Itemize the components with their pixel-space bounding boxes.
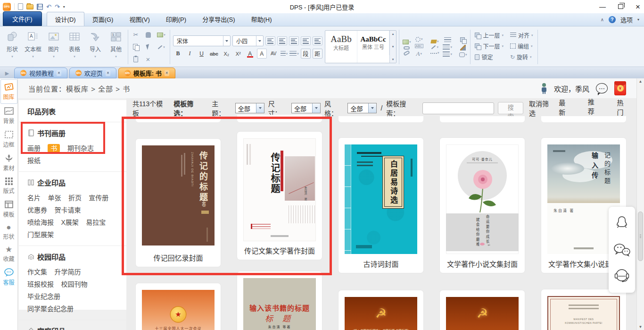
options-button[interactable]: 选项 <box>620 15 633 24</box>
italic-button[interactable]: I <box>185 49 195 59</box>
breadcrumb[interactable]: 当前位置：模板库 > 全部 > 书 <box>28 84 130 93</box>
fill-color-button[interactable]: ▾ <box>430 40 439 43</box>
options-dropdown-icon[interactable]: ▾ <box>637 17 639 22</box>
sidebar-item[interactable]: 同学聚会纪念册 <box>27 305 74 313</box>
sort-newest[interactable]: 最新 <box>559 98 572 119</box>
quick-access-dropdown-icon[interactable]: ▾ <box>63 5 65 9</box>
text-effect-button[interactable]: A▾ <box>415 50 423 58</box>
template-card[interactable]: ☭ 《输入书籍的标题输入 书籍标题 书籍标题》 <box>339 290 423 330</box>
sidebar-item-book-selected[interactable]: 书 <box>48 144 60 152</box>
doc-tab-template-library[interactable]: DPS 模板库: 书 × <box>118 68 175 78</box>
image-button[interactable]: 图片 ▾ <box>43 27 64 67</box>
close-icon[interactable]: × <box>57 70 61 76</box>
template-card[interactable]: 可可·香奈儿 就会给你磨难 命运要你成长， 文学著作小说文集封面 <box>440 138 525 273</box>
sidebar-item[interactable]: 折页 <box>68 194 82 202</box>
sidebar-item-huace[interactable]: 画册 <box>27 144 41 152</box>
indent-lines-icon[interactable] <box>443 37 452 42</box>
help-icon[interactable]: ? <box>609 16 616 23</box>
scroll-down-icon[interactable]: ▼ <box>637 325 644 329</box>
outline-color-button[interactable]: ▾ <box>430 45 439 49</box>
scrollbar-thumb[interactable] <box>638 212 643 261</box>
strikethrough-button[interactable]: abc <box>208 49 220 59</box>
gallery-scrollbar[interactable]: ▴ ▾ ▾ <box>389 31 396 63</box>
char-spacing-button[interactable]: AV <box>269 49 279 59</box>
replace-image-button[interactable]: ▾ <box>403 40 411 44</box>
paste-button[interactable] <box>133 56 138 62</box>
cut-button[interactable]: ✂ <box>133 31 139 38</box>
shape-button[interactable]: 形状 ▾ <box>2 27 23 67</box>
template-card[interactable]: 白居易诗选 古诗词封面 <box>339 138 423 273</box>
collapse-ribbon-icon[interactable]: ∧ <box>601 17 604 22</box>
lock-button[interactable]: 锁定 <box>475 53 504 61</box>
sidebar-item[interactable]: 毕业纪念册 <box>27 293 60 300</box>
textbox-button[interactable]: A 文本框 ▾ <box>23 27 43 67</box>
dash-style-button[interactable]: ▾ <box>430 51 439 55</box>
template-search-input[interactable] <box>422 102 494 114</box>
rotate-button[interactable]: ↻旋转▾ <box>510 53 533 61</box>
arrow-lines-icon[interactable]: ▾ <box>443 44 452 50</box>
menu-tab-share-export[interactable]: 分享导出(S) <box>194 12 243 26</box>
sidebar-item[interactable]: 喷绘海报 <box>27 219 54 226</box>
scroll-up-icon[interactable]: ▲ <box>637 79 644 84</box>
hyperlink-button[interactable] <box>403 46 411 50</box>
cancel-filter-button[interactable]: 取消筛选 <box>529 99 555 118</box>
template-card[interactable]: 输入该书籍的标题 标 题 朱自清 等著 <box>237 271 322 330</box>
sidebar-item[interactable]: 贺卡请柬 <box>54 206 81 214</box>
doc-tab-video-tutorial[interactable]: DPS 视频教程 × <box>14 68 67 78</box>
line-spacing-button[interactable]: ▾ <box>281 51 288 56</box>
gallery-more-icon[interactable]: ▾ <box>392 58 394 61</box>
sidebar-item[interactable]: 单张 <box>48 194 61 202</box>
sort-hot[interactable]: 热门 <box>617 98 630 119</box>
template-card[interactable]: ZHUANJI DE BIAOTI 传记的标题 上卷 传记回忆录封面 <box>136 139 221 267</box>
qq-icon[interactable] <box>614 215 630 233</box>
menu-tab-page[interactable]: 页面(G) <box>84 12 122 26</box>
bring-forward-button[interactable]: 上一层▾ <box>475 31 504 39</box>
close-button[interactable]: × <box>636 3 640 11</box>
send-backward-button[interactable]: 下一层▾ <box>475 42 504 50</box>
sidebar-item[interactable]: 优惠券 <box>27 206 47 214</box>
open-folder-icon[interactable] <box>26 4 33 9</box>
gallery-down-icon[interactable]: ▾ <box>392 45 394 49</box>
bold-button[interactable]: B <box>173 49 183 59</box>
align-left-button[interactable] <box>265 36 275 45</box>
sidebar-item[interactable]: 门型展架 <box>27 231 54 238</box>
nav-item-material[interactable]: 素材 <box>0 151 17 175</box>
nav-item-customer-service[interactable]: 客服 <box>0 265 17 289</box>
sidebar-item[interactable]: 校园刊物 <box>61 280 87 288</box>
nav-item-layout[interactable]: 版式 <box>0 175 17 197</box>
menu-file[interactable]: 文件(F) <box>3 11 42 26</box>
font-size-select[interactable]: 小四 <box>232 35 264 46</box>
import-button[interactable]: 导入 ▾ <box>85 27 106 67</box>
minimize-button[interactable]: — <box>599 3 606 10</box>
style-preset-heiti[interactable]: AaBbCc 黑体 三号 <box>357 31 389 55</box>
sidebar-item[interactable]: X展架 <box>61 219 78 226</box>
nav-item-template[interactable]: 模板 <box>0 197 17 221</box>
menu-tab-design[interactable]: 设计(D) <box>47 12 84 26</box>
message-icon[interactable]: ⋯ <box>596 83 608 93</box>
style-preset-title[interactable]: AaBb 大标题 <box>325 31 357 55</box>
template-card[interactable]: 传记标题 朱自清 著 传记文集文学著作封面 <box>237 132 322 260</box>
sidebar-item[interactable]: 名片 <box>27 194 41 202</box>
paragraph-button[interactable]: 段 <box>301 49 311 59</box>
template-card[interactable]: MANIFEST DES KOMMUNISTISCHEN PARTEI 书籍的标… <box>541 289 626 330</box>
template-card[interactable]: ★ 十三届全国人大一次会议 <box>136 283 221 330</box>
select-cursor-button[interactable] <box>147 44 150 50</box>
sidebar-item[interactable]: 易拉宝 <box>86 219 106 226</box>
menu-tab-print[interactable]: 印刷(P) <box>158 12 194 26</box>
style-select[interactable]: 全部 <box>347 103 377 113</box>
format-painter-button[interactable] <box>459 45 467 51</box>
remove-link-button[interactable] <box>403 51 411 55</box>
text-direction-button[interactable] <box>313 36 322 45</box>
font-color-button[interactable]: A <box>245 49 255 59</box>
font-name-select[interactable]: 宋体 <box>173 35 231 46</box>
other-button[interactable]: 5 其他 ▾ <box>106 27 126 67</box>
group-button[interactable]: 编组▾ <box>510 42 533 50</box>
nav-item-favorites[interactable]: ★ 收藏 <box>0 243 17 265</box>
distance-button[interactable]: 距 <box>313 49 322 59</box>
subscript-button[interactable]: X₂ <box>222 49 231 59</box>
nav-item-background[interactable]: 背景 <box>0 104 17 127</box>
menu-tab-view[interactable]: 视图(V) <box>121 12 157 26</box>
size-select[interactable]: 全部 <box>291 103 321 113</box>
align-objects-button[interactable]: 对齐▾ <box>510 31 533 39</box>
nav-item-shape[interactable]: ● 形状 <box>0 221 17 243</box>
